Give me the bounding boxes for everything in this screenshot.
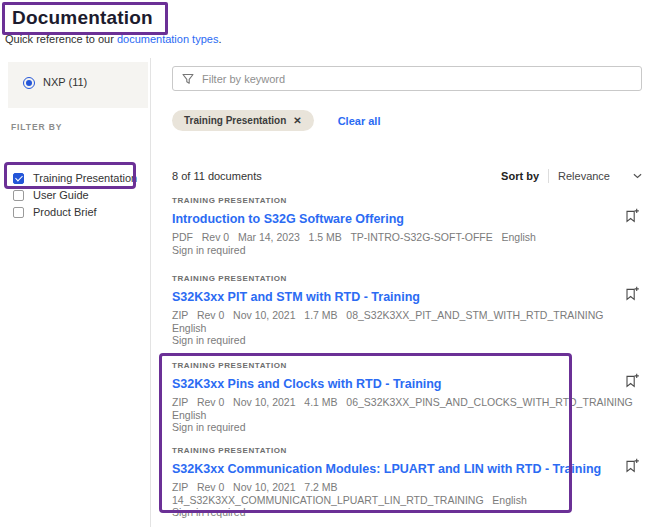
filter-label: User Guide [33,189,89,201]
sort-separator [548,169,549,183]
results-panel: Training Presentation ✕ Clear all 8 of 1… [172,56,642,527]
documentation-page: Documentation Quick reference to our doc… [0,0,650,527]
filter-chip-training-presentation[interactable]: Training Presentation ✕ [172,110,314,131]
subtitle-text: Quick reference to our [5,33,117,45]
vendor-radio-label: NXP (11) [43,76,87,88]
keyword-search-box[interactable] [172,66,642,91]
radio-selected-icon[interactable] [23,77,35,89]
filter-checkbox-product-brief[interactable]: Product Brief [13,206,97,218]
column-divider [150,58,151,527]
document-title-link[interactable]: Introduction to S32G Software Offering [172,212,404,226]
chip-label: Training Presentation [184,115,286,126]
sign-in-required-note: Sign in required [172,244,642,257]
document-meta: PDF Rev 0 Mar 14, 2023 1.5 MB TP-INTRO-S… [172,231,642,244]
bookmark-add-icon[interactable] [625,373,639,388]
document-item: TRAINING PRESENTATION S32K3xx PIT and ST… [172,274,642,347]
filter-checkbox-user-guide[interactable]: User Guide [13,189,89,201]
sign-in-required-note: Sign in required [172,421,642,434]
filter-by-heading: FILTER BY [11,122,62,132]
document-language: English [172,409,642,422]
checkbox-unchecked-icon[interactable] [13,190,24,201]
document-item: TRAINING PRESENTATION S32K3xx Communicat… [172,446,642,519]
document-category: TRAINING PRESENTATION [172,361,642,370]
clear-all-link[interactable]: Clear all [338,115,381,127]
filter-checkbox-training-presentation[interactable]: Training Presentation [13,172,137,184]
filter-sidebar: NXP (11) FILTER BY User Guide Product Br… [0,56,150,527]
sort-selected-value: Relevance [558,170,610,182]
document-title-link[interactable]: S32K3xx Pins and Clocks with RTD - Train… [172,377,442,391]
sort-by-label: Sort by [501,170,539,182]
document-meta: 14_S32K3XX_COMMUNICATION_LPUART_LIN_RTD_… [172,494,642,507]
bookmark-add-icon[interactable] [625,208,639,223]
document-category: TRAINING PRESENTATION [172,446,642,455]
sign-in-required-note: Sign in required [172,334,642,347]
document-title-link[interactable]: S32K3xx PIT and STM with RTD - Training [172,290,420,304]
sort-by-dropdown[interactable]: Sort by Relevance [501,169,642,183]
document-category: TRAINING PRESENTATION [172,196,642,205]
document-meta: ZIP Rev 0 Nov 10, 2021 4.1 MB 06_S32K3XX… [172,396,642,409]
document-category: TRAINING PRESENTATION [172,274,642,283]
chip-remove-icon[interactable]: ✕ [293,115,301,126]
checkbox-checked-icon[interactable] [13,173,24,184]
document-meta: ZIP Rev 0 Nov 10, 2021 7.2 MB [172,481,642,494]
page-title-highlight-box: Documentation [2,2,168,35]
search-input[interactable] [202,73,632,85]
document-language: English [172,322,642,335]
filter-funnel-icon [182,73,194,85]
chevron-down-icon [633,173,642,179]
filter-label: Training Presentation [33,172,137,184]
sign-in-required-note: Sign in required [172,506,642,519]
bookmark-add-icon[interactable] [625,458,639,473]
results-header-row: 8 of 11 documents Sort by Relevance [172,169,642,183]
checkbox-unchecked-icon[interactable] [13,207,24,218]
document-item: TRAINING PRESENTATION Introduction to S3… [172,196,642,256]
document-item: TRAINING PRESENTATION S32K3xx Pins and C… [172,361,642,434]
results-count: 8 of 11 documents [172,170,262,182]
documentation-types-link[interactable]: documentation types [117,33,219,45]
filter-label: Product Brief [33,206,97,218]
page-title: Documentation [12,7,153,29]
vendor-radio-row[interactable]: NXP (11) [8,62,148,108]
page-subtitle: Quick reference to our documentation typ… [5,33,221,45]
bookmark-add-icon[interactable] [625,286,639,301]
document-meta: ZIP Rev 0 Nov 10, 2021 1.7 MB 08_S32K3XX… [172,309,642,322]
active-filters-row: Training Presentation ✕ Clear all [172,110,380,131]
subtitle-period: . [218,33,221,45]
document-title-link[interactable]: S32K3xx Communication Modules: LPUART an… [172,462,601,476]
